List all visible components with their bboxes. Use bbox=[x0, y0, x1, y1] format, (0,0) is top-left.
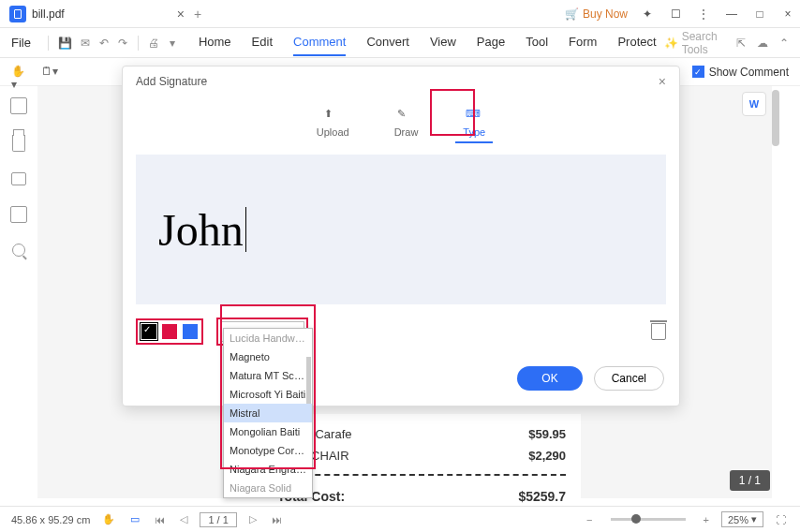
dropdown-scrollbar[interactable] bbox=[306, 357, 311, 404]
color-swatch-group bbox=[136, 318, 203, 345]
draw-icon: ✎ bbox=[397, 108, 414, 123]
vertical-scrollbar[interactable] bbox=[772, 90, 779, 146]
window-close-icon[interactable]: × bbox=[779, 6, 796, 22]
divider bbox=[277, 474, 566, 476]
save-icon[interactable]: 💾 bbox=[58, 35, 72, 52]
kebab-icon[interactable]: ⋮ bbox=[695, 6, 712, 22]
hand-mode-icon[interactable]: ✋ bbox=[99, 513, 118, 525]
color-blue-swatch[interactable] bbox=[183, 324, 198, 339]
select-mode-icon[interactable]: ▭ bbox=[127, 513, 142, 525]
menu-file[interactable]: File bbox=[11, 36, 31, 50]
zoom-slider[interactable] bbox=[611, 518, 686, 521]
attachments-icon[interactable] bbox=[10, 206, 27, 223]
print-icon[interactable]: 🖨 bbox=[148, 35, 159, 52]
note-tool-icon[interactable]: 🗒▾ bbox=[41, 65, 58, 80]
search-tools-input[interactable]: ✨ Search Tools bbox=[664, 30, 719, 56]
app-icon bbox=[9, 6, 26, 22]
mode-type[interactable]: ⌨ Type bbox=[455, 104, 493, 143]
color-black-swatch[interactable] bbox=[141, 324, 156, 339]
tab-filename: bill.pdf bbox=[32, 7, 65, 21]
font-option[interactable]: Microsoft Yi Baiti bbox=[224, 385, 312, 404]
tab-tool[interactable]: Tool bbox=[526, 29, 548, 56]
dialog-close-icon[interactable]: × bbox=[659, 74, 666, 89]
text-cursor bbox=[245, 207, 247, 252]
mode-draw-label: Draw bbox=[394, 126, 419, 138]
buy-now-label: Buy Now bbox=[583, 7, 628, 21]
mail-icon[interactable]: ✉ bbox=[80, 35, 91, 52]
zoom-value-select[interactable]: 25% ▾ bbox=[721, 511, 763, 527]
tab-add-icon[interactable]: + bbox=[194, 7, 201, 22]
font-option[interactable]: Monotype Corsiva bbox=[224, 441, 312, 460]
window-minimize-icon[interactable]: — bbox=[723, 6, 740, 22]
share-icon[interactable]: ⇱ bbox=[736, 37, 746, 50]
tab-edit[interactable]: Edit bbox=[252, 29, 273, 56]
item-price: $59.95 bbox=[528, 427, 566, 441]
status-dimensions: 45.86 x 95.29 cm bbox=[11, 514, 90, 525]
separator bbox=[48, 36, 49, 51]
show-comment-label: Show Comment bbox=[709, 66, 789, 79]
first-page-icon[interactable]: ⏮ bbox=[152, 514, 168, 525]
zoom-thumb[interactable] bbox=[631, 514, 641, 524]
qat-chevron-icon[interactable]: ▾ bbox=[167, 35, 178, 52]
tab-comment[interactable]: Comment bbox=[293, 29, 346, 56]
signature-text: John bbox=[158, 204, 244, 256]
separator bbox=[138, 36, 139, 51]
comments-icon[interactable] bbox=[11, 172, 26, 185]
upload-icon: ⬆ bbox=[324, 108, 341, 123]
cancel-button[interactable]: Cancel bbox=[594, 366, 664, 391]
tab-page[interactable]: Page bbox=[477, 29, 505, 56]
dialog-title: Add Signature bbox=[136, 75, 207, 88]
font-option[interactable]: Mongolian Baiti bbox=[224, 422, 312, 441]
next-page-icon[interactable]: ▷ bbox=[246, 513, 259, 525]
page-number-input[interactable]: 1 / 1 bbox=[200, 512, 236, 527]
search-icon[interactable] bbox=[12, 244, 25, 257]
fit-page-icon[interactable]: ⛶ bbox=[773, 514, 789, 525]
cloud-icon[interactable]: ☁ bbox=[757, 37, 768, 50]
page-indicator-badge: 1 / 1 bbox=[730, 470, 770, 491]
font-option[interactable]: Matura MT Scrip… bbox=[224, 366, 312, 385]
thumbnails-icon[interactable] bbox=[10, 97, 27, 114]
tab-close-icon[interactable]: × bbox=[177, 7, 185, 22]
tab-protect[interactable]: Protect bbox=[617, 29, 656, 56]
zoom-in-icon[interactable]: + bbox=[701, 514, 712, 525]
font-dropdown-list: Lucida Handwrit… Magneto Matura MT Scrip… bbox=[223, 328, 313, 498]
color-red-swatch[interactable] bbox=[162, 324, 177, 339]
font-option[interactable]: Magneto bbox=[224, 347, 312, 366]
font-option[interactable]: Niagara Solid bbox=[224, 479, 312, 497]
hand-tool-icon[interactable]: ✋▾ bbox=[11, 65, 28, 80]
undo-icon[interactable]: ↶ bbox=[98, 35, 110, 52]
window-maximize-icon[interactable]: □ bbox=[751, 6, 768, 22]
mode-type-label: Type bbox=[463, 126, 485, 138]
tab-home[interactable]: Home bbox=[199, 29, 231, 56]
last-page-icon[interactable]: ⏭ bbox=[269, 514, 285, 525]
font-option[interactable]: Lucida Handwrit… bbox=[224, 329, 312, 347]
word-export-icon[interactable]: W bbox=[742, 92, 766, 116]
font-option[interactable]: Niagara Engraved bbox=[224, 460, 312, 479]
show-comment-checkbox[interactable]: ✓ bbox=[692, 66, 704, 78]
signature-canvas[interactable]: John bbox=[136, 155, 666, 304]
mode-upload-label: Upload bbox=[317, 126, 349, 138]
bookmarks-icon[interactable] bbox=[12, 135, 25, 152]
collapse-icon[interactable]: ⌃ bbox=[779, 37, 789, 50]
zoom-out-icon[interactable]: − bbox=[584, 514, 595, 525]
total-value: $5259.7 bbox=[518, 489, 566, 504]
type-icon: ⌨ bbox=[466, 108, 482, 123]
gift-icon[interactable]: ✦ bbox=[639, 6, 656, 22]
redo-icon[interactable]: ↷ bbox=[117, 35, 128, 52]
prev-page-icon[interactable]: ◁ bbox=[177, 513, 190, 525]
search-placeholder: Search Tools bbox=[682, 30, 719, 56]
ok-button[interactable]: OK bbox=[517, 366, 582, 391]
item-price: $2,290 bbox=[528, 449, 566, 463]
font-option-selected[interactable]: Mistral bbox=[224, 404, 312, 422]
tab-view[interactable]: View bbox=[430, 29, 456, 56]
notification-icon[interactable]: ☐ bbox=[667, 6, 684, 22]
trash-icon[interactable] bbox=[651, 323, 666, 340]
tab-form[interactable]: Form bbox=[569, 29, 597, 56]
tab-convert[interactable]: Convert bbox=[366, 29, 409, 56]
buy-now-link[interactable]: 🛒 Buy Now bbox=[565, 7, 628, 21]
mode-draw[interactable]: ✎ Draw bbox=[387, 104, 426, 143]
mode-upload[interactable]: ⬆ Upload bbox=[309, 104, 357, 143]
add-signature-dialog: Add Signature × ⬆ Upload ✎ Draw ⌨ Type J… bbox=[122, 66, 680, 406]
